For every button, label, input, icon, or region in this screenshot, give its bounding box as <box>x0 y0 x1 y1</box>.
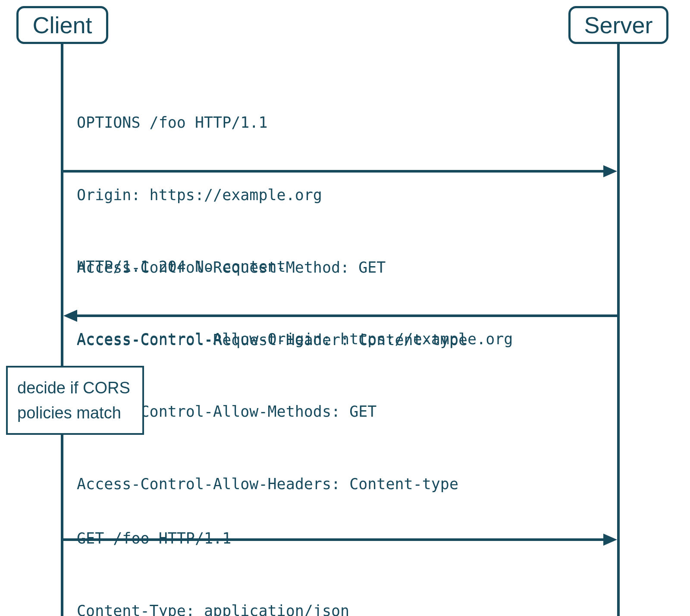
participant-server: Server <box>568 6 668 44</box>
arrow-preflight-request <box>63 170 608 173</box>
arrow-actual-request-head <box>603 534 617 546</box>
lifeline-server <box>617 44 620 616</box>
participant-client: Client <box>16 6 108 44</box>
msg-actual-request-line-1: Content-Type: application/json <box>77 599 349 616</box>
msg-preflight-request-line-0: OPTIONS /foo HTTP/1.1 <box>77 110 467 135</box>
arrow-preflight-response <box>73 314 617 317</box>
msg-actual-request: GET /foo HTTP/1.1 Content-Type: applicat… <box>77 478 349 616</box>
arrow-preflight-response-head <box>63 310 77 322</box>
arrow-preflight-request-head <box>603 165 617 177</box>
participant-server-label: Server <box>584 12 652 38</box>
msg-preflight-response-line-1: Access-Control-Allow-Origin: https://exa… <box>77 327 513 351</box>
note-line-1: policies match <box>17 400 133 425</box>
participant-client-label: Client <box>32 12 92 38</box>
arrow-actual-request <box>63 538 608 541</box>
note-cors-decision: decide if CORS policies match <box>6 366 144 435</box>
note-line-0: decide if CORS <box>17 375 133 400</box>
msg-preflight-request-line-1: Origin: https://example.org <box>77 183 467 207</box>
sequence-diagram: Client Server OPTIONS /foo HTTP/1.1 Orig… <box>0 0 690 616</box>
lifeline-client <box>61 44 63 616</box>
msg-preflight-response-line-0: HTTP/1.1 204 No content <box>77 255 513 279</box>
